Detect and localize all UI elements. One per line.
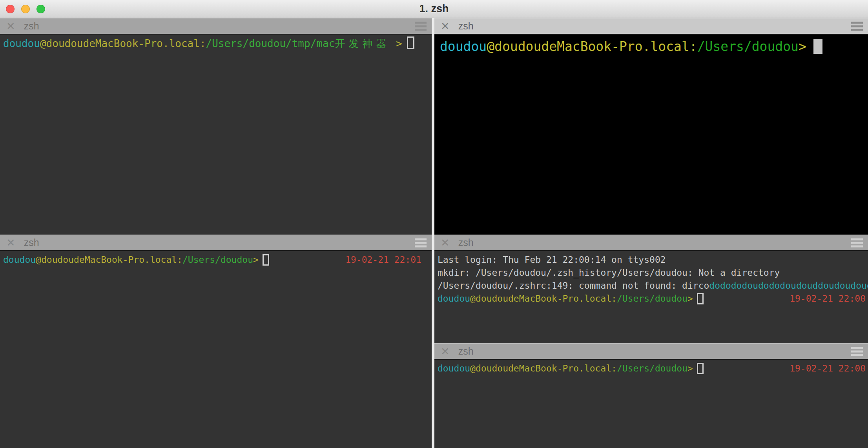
- pane-top-left-tabbar[interactable]: ✕ zsh: [0, 18, 432, 35]
- prompt-path: /Users/doudou: [697, 39, 799, 54]
- close-icon[interactable]: ✕: [441, 21, 450, 31]
- prompt-line: doudou@doudoudeMacBook-Pro.local:/Users/…: [438, 292, 868, 305]
- pane-middle-right-tabbar[interactable]: ✕ zsh: [434, 235, 868, 251]
- window-title: 1. zsh: [419, 3, 449, 15]
- hamburger-menu-icon[interactable]: [415, 238, 427, 247]
- command-not-found-line: /Users/doudou/.zshrc:149: command not fo…: [438, 279, 868, 292]
- command-not-found-text: /Users/doudou/.zshrc:149: command not fo…: [438, 280, 709, 291]
- terminal-cursor: [697, 363, 704, 374]
- prompt-timestamp: 19-02-21 22:01: [345, 253, 421, 266]
- last-login-line: Last login: Thu Feb 21 22:00:14 on ttys0…: [438, 253, 868, 266]
- terminal-cursor: [697, 293, 704, 304]
- hamburger-menu-icon[interactable]: [851, 347, 863, 356]
- hamburger-menu-icon[interactable]: [415, 22, 427, 31]
- prompt-host: @doudoudeMacBook-Pro.local:: [470, 362, 617, 375]
- prompt-user: doudou: [3, 38, 40, 49]
- close-icon[interactable]: ✕: [6, 237, 15, 248]
- prompt-path: /Users/doudou: [617, 362, 687, 375]
- close-window-button[interactable]: [6, 5, 15, 13]
- prompt-host: @doudoudeMacBook-Pro.local:: [470, 292, 617, 305]
- prompt-timestamp: 19-02-21 22:00: [790, 362, 866, 375]
- prompt-line: doudou@doudoudeMacBook-Pro.local:/Users/…: [3, 36, 432, 51]
- tab-label: zsh: [458, 20, 474, 32]
- close-icon[interactable]: ✕: [441, 346, 450, 357]
- pane-middle-right: ✕ zsh Last login: Thu Feb 21 22:00:14 on…: [434, 235, 868, 343]
- terminal-screen[interactable]: doudou@doudoudeMacBook-Pro.local:/Users/…: [0, 35, 432, 235]
- pane-divider[interactable]: [432, 18, 434, 448]
- split-layout: ✕ zsh doudou@doudoudeMacBook-Pro.local:/…: [0, 18, 868, 448]
- prompt-user: doudou: [440, 39, 487, 54]
- prompt-line: doudou@doudoudeMacBook-Pro.local:/Users/…: [440, 38, 868, 56]
- traffic-lights: [6, 0, 45, 18]
- close-icon[interactable]: ✕: [6, 21, 15, 31]
- terminal-screen[interactable]: doudou@doudoudeMacBook-Pro.local:/Users/…: [434, 35, 868, 235]
- tab-label: zsh: [458, 346, 474, 357]
- terminal-cursor: [263, 254, 269, 266]
- prompt-line: doudou@doudoudeMacBook-Pro.local:/Users/…: [3, 253, 432, 266]
- prompt-line: doudou@doudoudeMacBook-Pro.local:/Users/…: [438, 362, 868, 375]
- prompt-host: @doudoudeMacBook-Pro.local:: [487, 39, 697, 54]
- prompt-host: @doudoudeMacBook-Pro.local:: [36, 253, 182, 266]
- terminal-window: 1. zsh ✕ zsh doudou@doudoudeMacBook-Pro.…: [0, 0, 868, 448]
- pane-bottom-right-tabbar[interactable]: ✕ zsh: [434, 343, 868, 360]
- tab-label: zsh: [458, 237, 474, 248]
- prompt-user: doudou: [3, 253, 36, 266]
- pane-top-left: ✕ zsh doudou@doudoudeMacBook-Pro.local:/…: [0, 18, 432, 235]
- prompt-path: /Users/doudou: [617, 292, 687, 305]
- zoom-window-button[interactable]: [36, 5, 45, 13]
- pane-bottom-right: ✕ zsh doudou@doudoudeMacBook-Pro.local:/…: [434, 343, 868, 448]
- prompt-path: /Users/doudou: [182, 253, 253, 266]
- tab-label: zsh: [24, 237, 39, 248]
- pane-bottom-left: ✕ zsh doudou@doudoudeMacBook-Pro.local:/…: [0, 235, 432, 448]
- pane-top-right: ✕ zsh doudou@doudoudeMacBook-Pro.local:/…: [434, 18, 868, 235]
- prompt-path-cjk: 开发神器: [335, 38, 390, 49]
- hamburger-menu-icon[interactable]: [851, 238, 863, 247]
- prompt-host: @doudoudeMacBook-Pro.local:: [40, 38, 206, 49]
- pane-bottom-left-tabbar[interactable]: ✕ zsh: [0, 235, 432, 251]
- terminal-cursor: [407, 36, 414, 49]
- prompt-user: doudou: [438, 362, 470, 375]
- left-column: ✕ zsh doudou@doudoudeMacBook-Pro.local:/…: [0, 18, 432, 448]
- prompt-user: doudou: [438, 292, 470, 305]
- prompt-path: /Users/doudou/tmp/mac: [206, 38, 335, 49]
- close-icon[interactable]: ✕: [441, 237, 450, 248]
- pane-top-right-tabbar[interactable]: ✕ zsh: [434, 18, 868, 35]
- terminal-screen[interactable]: doudou@doudoudeMacBook-Pro.local:/Users/…: [0, 251, 432, 448]
- prompt-timestamp: 19-02-21 22:00: [790, 292, 866, 305]
- prompt-symbol: >: [799, 39, 806, 54]
- command-not-found-overflow: dodododoudododoudouddoudoudoud: [709, 280, 868, 291]
- prompt-symbol: >: [687, 362, 693, 375]
- terminal-cursor: [813, 39, 822, 54]
- minimize-window-button[interactable]: [21, 5, 30, 13]
- window-titlebar[interactable]: 1. zsh: [0, 0, 868, 18]
- prompt-symbol: >: [687, 292, 693, 305]
- tab-label: zsh: [24, 20, 39, 32]
- right-column: ✕ zsh doudou@doudoudeMacBook-Pro.local:/…: [434, 18, 868, 448]
- mkdir-error-line: mkdir: /Users/doudou/.zsh_history/Users/…: [438, 266, 868, 279]
- prompt-symbol: >: [390, 38, 402, 49]
- terminal-screen[interactable]: doudou@doudoudeMacBook-Pro.local:/Users/…: [434, 360, 868, 448]
- hamburger-menu-icon[interactable]: [851, 22, 863, 31]
- prompt-symbol: >: [253, 253, 259, 266]
- terminal-screen[interactable]: Last login: Thu Feb 21 22:00:14 on ttys0…: [434, 251, 868, 343]
